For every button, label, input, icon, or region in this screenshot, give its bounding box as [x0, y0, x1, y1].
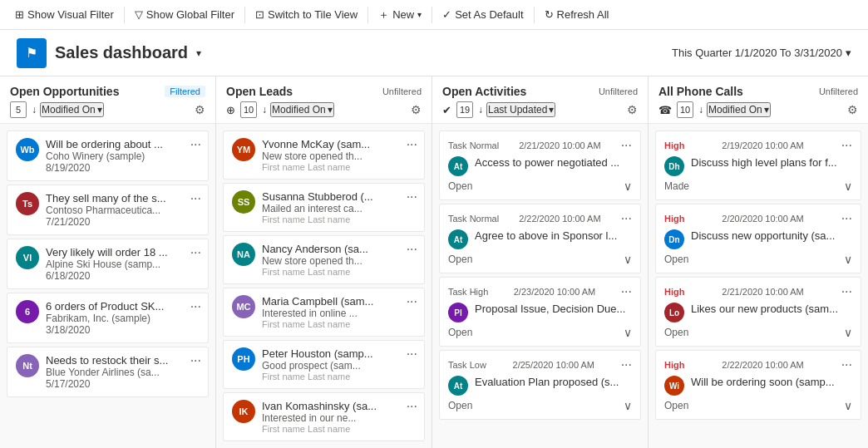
- open-activities-filter-icon[interactable]: ⚙: [627, 103, 638, 116]
- activity-more-button[interactable]: ···: [621, 138, 632, 153]
- lead-card[interactable]: MC Maria Campbell (sam... Interested in …: [223, 288, 425, 337]
- open-opportunities-column: Open Opportunities Filtered 5 ↓ Modified…: [0, 76, 216, 448]
- opportunity-card[interactable]: Ts They sell many of the s... Contoso Ph…: [7, 185, 209, 235]
- opportunity-card[interactable]: Vl Very likely will order 18 ... Alpine …: [7, 239, 209, 289]
- toolbar-divider-1: [124, 7, 125, 23]
- activity-card[interactable]: Task Normal 2/21/2020 10:00 AM ··· At Ac…: [439, 130, 641, 200]
- phone-more-button[interactable]: ···: [841, 357, 852, 372]
- lead-card[interactable]: NA Nancy Anderson (sa... New store opene…: [223, 235, 425, 284]
- phone-expand-button[interactable]: ∨: [844, 180, 852, 193]
- card-more-button[interactable]: ···: [407, 138, 417, 151]
- card-meta: First name Last name: [262, 372, 416, 382]
- open-opportunities-sort-button[interactable]: Modified On ▾: [40, 102, 104, 117]
- phone-more-button[interactable]: ···: [841, 211, 852, 226]
- card-more-button[interactable]: ···: [190, 246, 201, 259]
- activity-date: 2/23/2020 10:00 AM: [514, 287, 595, 297]
- activity-card[interactable]: Task Low 2/25/2020 10:00 AM ··· At Evalu…: [439, 350, 641, 420]
- card-meta: First name Last name: [262, 214, 416, 224]
- show-global-filter-button[interactable]: ▽ Show Global Filter: [126, 5, 243, 24]
- avatar: 6: [16, 300, 39, 323]
- phone-status: Open: [664, 327, 688, 338]
- avatar: Vl: [16, 246, 39, 269]
- date-range-selector[interactable]: This Quarter 1/1/2020 To 3/31/2020 ▾: [672, 47, 851, 59]
- open-activities-sort-label: Last Updated: [488, 104, 547, 116]
- phone-expand-button[interactable]: ∨: [844, 253, 852, 266]
- card-title: Yvonne McKay (sam...: [262, 138, 416, 150]
- card-sub: New store opened th...: [262, 150, 416, 162]
- phone-more-button[interactable]: ···: [841, 284, 852, 299]
- leads-sort-chevron-icon: ▾: [328, 104, 333, 116]
- phone-date: 2/22/2020 10:00 AM: [722, 360, 803, 370]
- card-content: Susanna Stubberod (... Mailed an interes…: [262, 190, 416, 224]
- phone-expand-button[interactable]: ∨: [844, 399, 852, 412]
- sort-chevron-icon: ▾: [97, 104, 102, 116]
- activity-more-button[interactable]: ···: [621, 357, 632, 372]
- set-default-button[interactable]: ✓ Set As Default: [434, 5, 531, 24]
- lead-card[interactable]: SS Susanna Stubberod (... Mailed an inte…: [223, 183, 425, 232]
- card-more-button[interactable]: ···: [190, 138, 201, 151]
- phone-expand-button[interactable]: ∨: [844, 326, 852, 339]
- new-icon: ＋: [378, 7, 389, 22]
- refresh-all-button[interactable]: ↻ Refresh All: [536, 5, 618, 24]
- activity-type: Task High: [448, 287, 488, 297]
- card-more-button[interactable]: ···: [407, 190, 417, 204]
- avatar: Nt: [16, 354, 39, 377]
- toolbar-divider-5: [534, 7, 535, 23]
- avatar: At: [448, 156, 468, 176]
- phone-card[interactable]: High 2/22/2020 10:00 AM ··· Wi Will be o…: [655, 350, 861, 420]
- opportunity-card[interactable]: Nt Needs to restock their s... Blue Yond…: [7, 347, 209, 397]
- open-opportunities-filter-icon[interactable]: ⚙: [195, 103, 205, 116]
- card-sub: Good prospect (sam...: [262, 360, 416, 372]
- lead-card[interactable]: YM Yvonne McKay (sam... New store opened…: [223, 130, 425, 180]
- avatar: Lo: [664, 303, 684, 322]
- activity-expand-button[interactable]: ∨: [624, 399, 632, 412]
- activity-expand-button[interactable]: ∨: [624, 180, 632, 193]
- refresh-all-label: Refresh All: [557, 8, 609, 21]
- card-more-button[interactable]: ···: [407, 400, 417, 413]
- card-more-button[interactable]: ···: [407, 243, 417, 256]
- opportunity-card[interactable]: 6 6 orders of Product SK... Fabrikam, In…: [7, 293, 209, 343]
- lead-card[interactable]: IK Ivan Komashinsky (sa... Interested in…: [223, 392, 425, 441]
- activity-more-button[interactable]: ···: [621, 284, 632, 299]
- open-leads-sort-button[interactable]: Modified On ▾: [270, 102, 334, 117]
- all-phone-calls-filter-icon[interactable]: ⚙: [847, 103, 858, 116]
- card-title: They sell many of the s...: [46, 192, 200, 204]
- card-sub: Coho Winery (sample): [46, 150, 200, 162]
- card-more-button[interactable]: ···: [190, 192, 201, 205]
- activity-card[interactable]: Task High 2/23/2020 10:00 AM ··· Pl Prop…: [439, 277, 641, 347]
- activity-card[interactable]: Task Normal 2/22/2020 10:00 AM ··· At Ag…: [439, 204, 641, 273]
- phone-card[interactable]: High 2/20/2020 10:00 AM ··· Dn Discuss n…: [655, 204, 861, 273]
- activity-expand-button[interactable]: ∨: [624, 326, 632, 339]
- date-range-chevron-icon: ▾: [846, 47, 851, 59]
- activity-expand-button[interactable]: ∨: [624, 253, 632, 266]
- show-visual-filter-button[interactable]: ⊞ Show Visual Filter: [7, 5, 122, 24]
- open-activities-sort-button[interactable]: Last Updated ▾: [486, 102, 555, 117]
- title-chevron-icon[interactable]: ▾: [196, 47, 201, 59]
- phone-more-button[interactable]: ···: [841, 138, 852, 153]
- new-button[interactable]: ＋ New ▾: [370, 4, 430, 26]
- switch-tile-button[interactable]: ⊡ Switch to Tile View: [247, 5, 366, 24]
- activity-more-button[interactable]: ···: [621, 211, 632, 226]
- card-content: Very likely will order 18 ... Alpine Ski…: [46, 246, 200, 282]
- card-more-button[interactable]: ···: [407, 295, 417, 308]
- avatar: Wb: [16, 138, 39, 161]
- global-filter-icon: ▽: [135, 8, 143, 21]
- card-more-button[interactable]: ···: [190, 354, 201, 367]
- phone-card[interactable]: High 2/19/2020 10:00 AM ··· Dh Discuss h…: [655, 130, 861, 200]
- card-more-button[interactable]: ···: [190, 300, 201, 313]
- activity-status: Open: [448, 180, 472, 192]
- card-date: 7/21/2020: [46, 216, 200, 228]
- open-opportunities-filter-status: Filtered: [165, 86, 205, 97]
- phone-title: Discuss high level plans for f...: [691, 156, 852, 169]
- open-leads-list: YM Yvonne McKay (sam... New store opened…: [216, 124, 432, 448]
- open-leads-filter-icon[interactable]: ⚙: [411, 103, 422, 116]
- card-sub: Fabrikam, Inc. (sample): [46, 313, 200, 324]
- phone-status: Open: [664, 400, 688, 411]
- phone-date: 2/21/2020 10:00 AM: [722, 287, 803, 297]
- phone-card[interactable]: High 2/21/2020 10:00 AM ··· Lo Likes our…: [655, 277, 861, 347]
- open-opportunities-title: Open Opportunities: [10, 85, 119, 98]
- card-more-button[interactable]: ···: [407, 347, 417, 361]
- lead-card[interactable]: PH Peter Houston (samp... Good prospect …: [223, 340, 425, 389]
- opportunity-card[interactable]: Wb Will be ordering about ... Coho Winer…: [7, 130, 209, 181]
- all-phone-calls-sort-button[interactable]: Modified On ▾: [707, 102, 771, 117]
